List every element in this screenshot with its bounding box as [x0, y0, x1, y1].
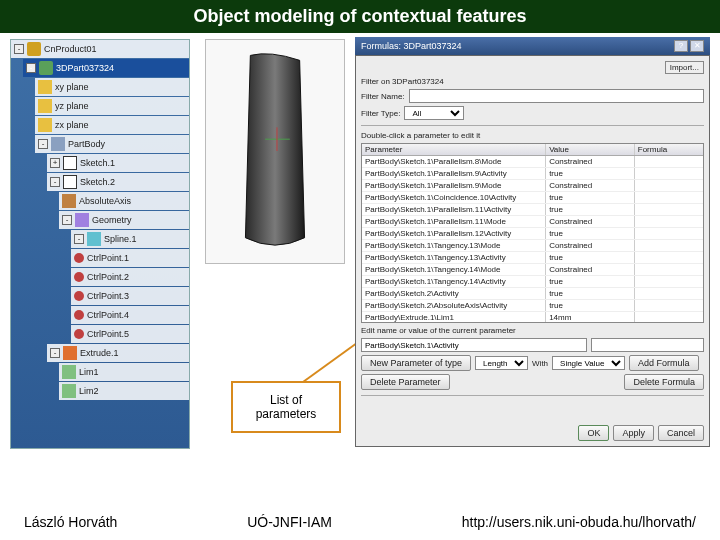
tree-label: Spline.1 [104, 234, 137, 244]
filter-name-label: Filter Name: [361, 92, 405, 101]
table-row[interactable]: PartBody\Sketch.2\AbsoluteAxis\Activityt… [362, 300, 703, 312]
cell-formula [635, 252, 703, 263]
cell-parameter: PartBody\Sketch.1\Tangency.14\Activity [362, 276, 546, 287]
tree-plane-xy[interactable]: xy plane [35, 78, 189, 96]
cell-parameter: PartBody\Sketch.1\Coincidence.10\Activit… [362, 192, 546, 203]
cell-parameter: PartBody\Sketch.1\Parallelism.9\Mode [362, 180, 546, 191]
parameter-table[interactable]: Parameter Value Formula PartBody\Sketch.… [361, 143, 704, 323]
table-row[interactable]: PartBody\Sketch.1\Tangency.14\ModeConstr… [362, 264, 703, 276]
expand-icon[interactable]: - [26, 63, 36, 73]
tree-ctrlpt-5[interactable]: CtrlPoint.5 [71, 325, 189, 343]
dialog-body: Import... Filter on 3DPart037324 Filter … [355, 55, 710, 447]
table-row[interactable]: PartBody\Sketch.1\Tangency.13\Activitytr… [362, 252, 703, 264]
expand-icon[interactable]: - [14, 44, 24, 54]
delete-parameter-button[interactable]: Delete Parameter [361, 374, 450, 390]
cell-parameter: PartBody\Sketch.1\Parallelism.11\Activit… [362, 204, 546, 215]
plane-icon [38, 99, 52, 113]
tree-sketch-1[interactable]: +Sketch.1 [47, 154, 189, 172]
cell-value: true [546, 276, 635, 287]
expand-icon[interactable]: + [50, 158, 60, 168]
point-icon [74, 310, 84, 320]
spline-icon [87, 232, 101, 246]
dialog-titlebar[interactable]: Formulas: 3DPart037324 ? ✕ [355, 37, 710, 55]
tree-3dpart[interactable]: -3DPart037324 [23, 59, 189, 77]
table-row[interactable]: PartBody\Sketch.1\Parallelism.9\Activity… [362, 168, 703, 180]
extrude-icon [63, 346, 77, 360]
tree-plane-yz[interactable]: yz plane [35, 97, 189, 115]
tree-lim-2[interactable]: Lim2 [59, 382, 189, 400]
param-type-select[interactable]: Length [475, 356, 528, 370]
cell-value: true [546, 204, 635, 215]
with-select[interactable]: Single Value [552, 356, 625, 370]
cell-value: Constrained [546, 180, 635, 191]
delete-formula-button[interactable]: Delete Formula [624, 374, 704, 390]
table-row[interactable]: PartBody\Sketch.1\Parallelism.8\ModeCons… [362, 156, 703, 168]
table-row[interactable]: PartBody\Sketch.1\Parallelism.12\Activit… [362, 228, 703, 240]
cell-value: Constrained [546, 240, 635, 251]
cell-value: Constrained [546, 216, 635, 227]
filter-name-input[interactable] [409, 89, 704, 103]
tree-geometry[interactable]: -Geometry [59, 211, 189, 229]
cell-value: true [546, 168, 635, 179]
help-button[interactable]: ? [674, 40, 688, 52]
tree-label: yz plane [55, 101, 89, 111]
expand-icon[interactable]: - [50, 348, 60, 358]
footer-org: UÓ-JNFI-IAM [247, 514, 332, 530]
col-parameter[interactable]: Parameter [362, 144, 546, 155]
col-value[interactable]: Value [546, 144, 635, 155]
table-row[interactable]: PartBody\Sketch.1\Tangency.13\ModeConstr… [362, 240, 703, 252]
expand-icon[interactable]: - [50, 177, 60, 187]
tree-label: 3DPart037324 [56, 63, 114, 73]
tree-plane-zx[interactable]: zx plane [35, 116, 189, 134]
cell-formula [635, 204, 703, 215]
new-parameter-button[interactable]: New Parameter of type [361, 355, 471, 371]
tree-partbody[interactable]: -PartBody [35, 135, 189, 153]
tree-spline[interactable]: -Spline.1 [71, 230, 189, 248]
table-row[interactable]: PartBody\Extrude.1\Lim114mm [362, 312, 703, 323]
table-row[interactable]: PartBody\Sketch.1\Parallelism.11\Activit… [362, 204, 703, 216]
tree-ctrlpt-4[interactable]: CtrlPoint.4 [71, 306, 189, 324]
current-value-input[interactable] [591, 338, 704, 352]
tree-extrude[interactable]: -Extrude.1 [47, 344, 189, 362]
tree-absaxis[interactable]: AbsoluteAxis [59, 192, 189, 210]
expand-icon[interactable]: - [62, 215, 72, 225]
cell-value: true [546, 252, 635, 263]
sketch-icon [63, 156, 77, 170]
feature-tree[interactable]: -CnProduct01 -3DPart037324 xy plane yz p… [10, 39, 190, 449]
expand-icon[interactable]: - [38, 139, 48, 149]
table-row[interactable]: PartBody\Sketch.1\Parallelism.9\ModeCons… [362, 180, 703, 192]
tree-sketch-2[interactable]: -Sketch.2 [47, 173, 189, 191]
ok-button[interactable]: OK [578, 425, 609, 441]
body-icon [51, 137, 65, 151]
tree-label: Lim1 [79, 367, 99, 377]
import-button[interactable]: Import... [665, 61, 704, 74]
tree-ctrlpt-1[interactable]: CtrlPoint.1 [71, 249, 189, 267]
cell-parameter: PartBody\Sketch.2\AbsoluteAxis\Activity [362, 300, 546, 311]
cell-value: 14mm [546, 312, 635, 323]
expand-icon[interactable]: - [74, 234, 84, 244]
table-row[interactable]: PartBody\Sketch.1\Tangency.14\Activitytr… [362, 276, 703, 288]
tree-lim-1[interactable]: Lim1 [59, 363, 189, 381]
apply-button[interactable]: Apply [613, 425, 654, 441]
cell-value: true [546, 300, 635, 311]
table-row[interactable]: PartBody\Sketch.1\Coincidence.10\Activit… [362, 192, 703, 204]
tree-label: Sketch.1 [80, 158, 115, 168]
col-formula[interactable]: Formula [635, 144, 703, 155]
cell-formula [635, 288, 703, 299]
model-preview[interactable] [205, 39, 345, 264]
current-param-input[interactable] [361, 338, 587, 352]
slide-title: Object modeling of contextual features [0, 0, 720, 33]
table-header[interactable]: Parameter Value Formula [362, 144, 703, 156]
tree-ctrlpt-3[interactable]: CtrlPoint.3 [71, 287, 189, 305]
add-formula-button[interactable]: Add Formula [629, 355, 699, 371]
tree-ctrlpt-2[interactable]: CtrlPoint.2 [71, 268, 189, 286]
table-row[interactable]: PartBody\Sketch.2\Activitytrue [362, 288, 703, 300]
cancel-button[interactable]: Cancel [658, 425, 704, 441]
edit-hint: Double-click a parameter to edit it [361, 131, 704, 140]
tree-product[interactable]: -CnProduct01 [11, 40, 189, 58]
close-button[interactable]: ✕ [690, 40, 704, 52]
cell-value: true [546, 192, 635, 203]
table-row[interactable]: PartBody\Sketch.1\Parallelism.11\ModeCon… [362, 216, 703, 228]
filter-type-select[interactable]: All [404, 106, 464, 120]
cell-parameter: PartBody\Extrude.1\Lim1 [362, 312, 546, 323]
